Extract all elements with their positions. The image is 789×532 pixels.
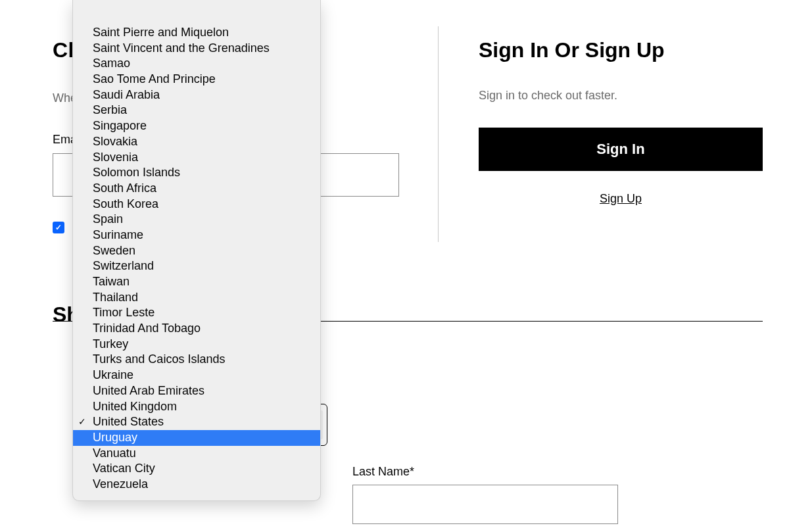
country-option[interactable]: Sao Tome And Principe (73, 72, 320, 87)
country-option[interactable]: Trinidad And Tobago (73, 321, 320, 337)
signin-heading: Sign In Or Sign Up (479, 38, 763, 62)
country-option[interactable]: Singapore (73, 118, 320, 134)
country-option[interactable]: Thailand (73, 290, 320, 306)
country-dropdown[interactable]: Saint Pierre and MiquelonSaint Vincent a… (72, 0, 321, 501)
country-option-label: Turkey (93, 337, 128, 352)
country-option-label: Singapore (93, 118, 147, 134)
country-option[interactable]: United Kingdom (73, 399, 320, 415)
check-icon: ✓ (78, 414, 86, 430)
country-option-label: Solomon Islands (93, 165, 180, 181)
signup-link[interactable]: Sign Up (479, 192, 763, 206)
country-option-label: Slovenia (93, 150, 138, 166)
country-option[interactable]: Solomon Islands (73, 165, 320, 181)
country-option[interactable]: Suriname (73, 228, 320, 243)
column-divider (438, 26, 439, 242)
opt-in-checkbox[interactable]: ✓ (53, 222, 64, 233)
country-option-label: Uruguay (93, 430, 137, 446)
country-option-label: Taiwan (93, 274, 130, 290)
country-option[interactable]: Saudi Arabia (73, 87, 320, 103)
country-option-label: Samao (93, 56, 130, 72)
country-option[interactable]: Turks and Caicos Islands (73, 352, 320, 368)
country-option[interactable]: Samao (73, 56, 320, 72)
country-option[interactable]: South Africa (73, 181, 320, 197)
last-name-field[interactable] (352, 485, 618, 524)
country-option-label: Timor Leste (93, 305, 155, 321)
country-option-label: Slovakia (93, 134, 137, 150)
country-option[interactable]: Slovenia (73, 150, 320, 166)
country-option[interactable]: Vatican City (73, 461, 320, 477)
country-option[interactable]: South Korea (73, 197, 320, 212)
country-option-label: Sao Tome And Principe (93, 72, 216, 87)
country-option-label: Suriname (93, 228, 143, 243)
country-option[interactable]: ✓United States (73, 414, 320, 430)
signin-section: Sign In Or Sign Up Sign in to check out … (479, 38, 763, 206)
country-option-label: United States (93, 414, 164, 430)
country-option[interactable]: Timor Leste (73, 305, 320, 321)
country-option-label: South Africa (93, 181, 156, 197)
country-option[interactable]: Sweden (73, 243, 320, 259)
country-option-label: Saudi Arabia (93, 87, 160, 103)
country-option[interactable]: Ukraine (73, 368, 320, 383)
country-option[interactable]: Serbia (73, 103, 320, 118)
country-option-label: Vatican City (93, 461, 155, 477)
country-option[interactable]: Saint Pierre and Miquelon (73, 25, 320, 41)
country-option[interactable]: Uruguay (73, 430, 320, 446)
country-option[interactable]: Saint Vincent and the Grenadines (73, 41, 320, 57)
country-option-label: Venezuela (93, 477, 148, 493)
country-option-label: Trinidad And Tobago (93, 321, 201, 337)
country-option[interactable]: Switzerland (73, 258, 320, 274)
country-option[interactable]: Spain (73, 212, 320, 228)
signin-button[interactable]: Sign In (479, 128, 763, 171)
country-option-label: South Korea (93, 197, 158, 212)
country-option-label: Switzerland (93, 258, 154, 274)
country-option-label: Spain (93, 212, 123, 228)
country-option-label: Vanuatu (93, 446, 136, 462)
country-option-label: Saint Vincent and the Grenadines (93, 41, 270, 57)
country-option-label: Thailand (93, 290, 138, 306)
country-option[interactable]: United Arab Emirates (73, 383, 320, 399)
country-option-label: United Arab Emirates (93, 383, 204, 399)
country-option-label: Serbia (93, 103, 127, 118)
country-option-label: United Kingdom (93, 399, 177, 415)
country-option[interactable]: Venezuela (73, 477, 320, 493)
country-option[interactable]: Slovakia (73, 134, 320, 150)
country-option-label: Saint Pierre and Miquelon (93, 25, 229, 41)
country-option[interactable]: Taiwan (73, 274, 320, 290)
signin-subtext: Sign in to check out faster. (479, 89, 763, 103)
country-option-label: Turks and Caicos Islands (93, 352, 225, 368)
country-option-label: Ukraine (93, 368, 133, 383)
country-option[interactable]: Vanuatu (73, 446, 320, 462)
last-name-label: Last Name* (352, 465, 414, 479)
country-option[interactable]: Turkey (73, 337, 320, 352)
country-option-label: Sweden (93, 243, 135, 259)
